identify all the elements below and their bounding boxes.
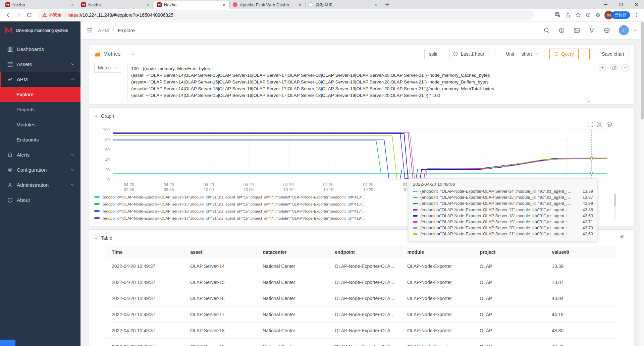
legend-scrollbar-thumb[interactable] — [614, 194, 616, 206]
query-editor-actions — [599, 64, 629, 71]
svg-text:10:15: 10:15 — [323, 187, 333, 192]
chart-tooltip: 2022-04-20 10:48:08 {endpoint="OLAP-Node… — [408, 178, 598, 241]
new-tab-button[interactable] — [383, 0, 391, 8]
compass-icon[interactable] — [558, 27, 565, 34]
browser-tab-4[interactable]: Apache Flink Web Dashboard × — [229, 1, 305, 9]
sidebar-item-dashboards[interactable]: Dashboards — [0, 42, 80, 57]
chevron-down-icon — [487, 53, 491, 55]
browser-tab-strip: Nezha × Nezha × Nezha × Apache Flink Web… — [0, 0, 644, 9]
series-swatch — [413, 233, 418, 235]
tab-close-icon[interactable]: × — [70, 2, 75, 7]
address-bar[interactable]: 不安全 | https://10.224.11.248/#/explore?t=… — [38, 10, 534, 20]
clock-icon — [453, 52, 458, 56]
nezha-favicon-icon — [157, 2, 162, 7]
sidebar-item-label: About — [17, 197, 30, 203]
refresh-icon[interactable] — [25, 11, 34, 19]
puzzle-extensions-icon[interactable] — [594, 11, 602, 19]
breadcrumb-page: Explore — [118, 27, 135, 33]
sidebar-item-administration[interactable]: Administration — [0, 177, 80, 192]
layers-icon[interactable] — [606, 122, 612, 127]
legend-scrollbar[interactable] — [614, 194, 616, 220]
zoom-select-icon[interactable] — [588, 122, 593, 127]
query-button[interactable]: Query — [549, 49, 579, 59]
extension-icon[interactable] — [584, 11, 592, 19]
bulb-icon[interactable] — [589, 27, 595, 34]
sidebar-item-configuration[interactable]: Configuration — [0, 162, 80, 177]
maximize-icon[interactable] — [613, 0, 629, 9]
nezha-logo-icon — [5, 26, 13, 35]
metric-select[interactable]: Metric — [94, 63, 121, 73]
save-chart-button[interactable]: Save chart — [597, 49, 629, 59]
svg-text:40: 40 — [105, 158, 110, 162]
graph-section-header[interactable]: Graph — [94, 112, 629, 120]
zoom-reset-icon[interactable] — [597, 122, 602, 127]
hamburger-menu-icon[interactable] — [87, 28, 93, 33]
query-dropdown-button[interactable] — [578, 49, 590, 59]
chevron-down-icon[interactable] — [634, 29, 637, 32]
forward-icon[interactable] — [14, 11, 23, 19]
sidebar-item-alerts[interactable]: Alerts — [0, 147, 80, 162]
tab-title: Nezha — [88, 2, 143, 7]
back-icon[interactable] — [3, 11, 12, 19]
table-row: 2022-04-20 10:49:37OLAP Server-19Nationa… — [106, 339, 616, 346]
tab-close-icon[interactable]: × — [297, 2, 303, 7]
share-icon[interactable] — [564, 11, 572, 19]
browser-tab-3-active[interactable]: Nezha × — [154, 1, 229, 9]
tooltip-timestamp: 2022-04-20 10:48:08 — [413, 182, 593, 187]
search-icon[interactable] — [543, 27, 550, 34]
tooltip-row: {endpoint="OLAP-Node-Exporter-OLAP Serve… — [413, 188, 593, 194]
breadcrumb-section[interactable]: APM — [98, 27, 109, 33]
series-swatch — [413, 191, 418, 192]
bookmark-star-icon[interactable] — [574, 11, 582, 19]
chevron-down-icon — [94, 237, 98, 239]
tab-close-icon[interactable]: × — [221, 2, 227, 7]
app-title: One-stop monitoring system — [16, 28, 68, 33]
page-scrollbar-thumb[interactable] — [641, 22, 644, 119]
translate-icon[interactable] — [553, 11, 562, 19]
sync-paused-badge[interactable]: 已暂停 — [611, 11, 630, 19]
page-scrollbar[interactable] — [640, 21, 644, 346]
user-avatar[interactable]: L — [619, 25, 629, 35]
close-window-icon[interactable] — [629, 0, 644, 9]
minimize-icon[interactable] — [598, 0, 613, 9]
tab-close-icon[interactable]: × — [146, 2, 151, 7]
sidebar-item-projects[interactable]: Projects — [0, 102, 80, 117]
add-query-icon[interactable] — [599, 64, 606, 71]
app-logo[interactable]: One-stop monitoring system — [0, 21, 80, 40]
sidebar-item-about[interactable]: About — [0, 192, 80, 208]
browser-profile[interactable]: du 已暂停 — [604, 11, 630, 19]
globe-language-icon[interactable] — [604, 27, 610, 34]
time-range-select[interactable]: Last 1 hour — [449, 49, 494, 59]
table-section-title: Table — [101, 235, 112, 241]
breadcrumb-separator: / — [113, 27, 114, 33]
split-button[interactable]: split — [424, 49, 442, 59]
remove-query-icon[interactable] — [622, 64, 629, 71]
graph-tools — [588, 122, 612, 127]
sidebar-item-explore[interactable]: Explore — [0, 87, 80, 102]
legend-swatch — [94, 203, 100, 205]
tab-close-icon[interactable]: × — [373, 2, 378, 7]
breadcrumb: APM / Explore — [98, 27, 135, 33]
column-header: module — [401, 246, 474, 258]
chevron-down-icon[interactable] — [131, 53, 135, 55]
sidebar-item-endpoints[interactable]: Endpoints — [0, 132, 80, 147]
sidebar-item-modules[interactable]: Modules — [0, 117, 80, 132]
browser-tab-5[interactable]: 新标签页 × — [305, 1, 381, 9]
main-area: APM / Explore L Metrics — [80, 21, 644, 346]
browser-tab-2[interactable]: Nezha × — [78, 1, 154, 9]
column-header: project — [474, 246, 546, 258]
tab-title: 新标签页 — [316, 2, 371, 8]
sidebar-item-assets[interactable]: Assets — [0, 57, 80, 72]
unit-select[interactable]: short — [518, 49, 542, 59]
svg-text:04-20: 04-20 — [204, 182, 214, 187]
image-card-icon[interactable] — [574, 27, 580, 34]
metrics-toolbar: Metrics split Last 1 hour Unit — [94, 48, 629, 60]
sidebar-item-apm[interactable]: APM — [0, 72, 80, 87]
browser-menu-kebab-icon[interactable] — [632, 11, 641, 19]
query-expression-input[interactable]: 100 - ((node_memory_MemFree_bytes {asset… — [127, 63, 590, 102]
copy-query-icon[interactable] — [610, 64, 618, 71]
table-settings-gear-icon[interactable] — [619, 234, 625, 240]
security-warning[interactable]: 不安全 — [42, 12, 62, 18]
tooltip-row: {endpoint="OLAP-Node-Exporter-OLAP Serve… — [413, 207, 593, 213]
browser-tab-1[interactable]: Nezha × — [2, 1, 78, 9]
